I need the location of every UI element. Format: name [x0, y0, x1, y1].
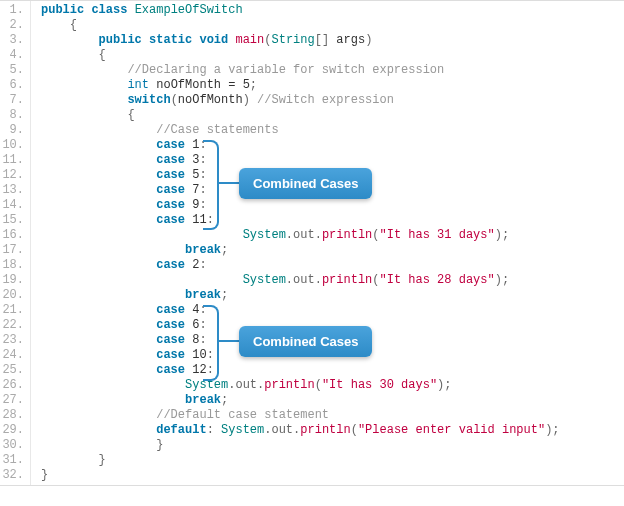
code-area: Combined Cases Combined Cases public cla…: [31, 1, 624, 485]
code-line: }: [41, 468, 624, 483]
line-number: 3.: [2, 33, 24, 48]
code-line: System.out.println("It has 30 days");: [41, 378, 624, 393]
line-number: 27.: [2, 393, 24, 408]
line-number: 28.: [2, 408, 24, 423]
line-number: 6.: [2, 78, 24, 93]
line-number: 16.: [2, 228, 24, 243]
line-number: 30.: [2, 438, 24, 453]
code-line: case 11:: [41, 213, 624, 228]
line-number: 12.: [2, 168, 24, 183]
code-line: {: [41, 108, 624, 123]
code-line: }: [41, 438, 624, 453]
line-number: 2.: [2, 18, 24, 33]
code-line: System.out.println("It has 28 days");: [41, 273, 624, 288]
code-line: break;: [41, 243, 624, 258]
code-line: case 9:: [41, 198, 624, 213]
annotation-label-1: Combined Cases: [239, 168, 372, 199]
line-number: 5.: [2, 63, 24, 78]
line-number: 17.: [2, 243, 24, 258]
line-number: 32.: [2, 468, 24, 483]
line-number: 7.: [2, 93, 24, 108]
line-number: 1.: [2, 3, 24, 18]
code-line: case 4:: [41, 303, 624, 318]
code-line: int noOfMonth = 5;: [41, 78, 624, 93]
code-line: //Default case statement: [41, 408, 624, 423]
line-number: 22.: [2, 318, 24, 333]
code-editor: 1.2.3.4.5.6.7.8.9.10.11.12.13.14.15.16.1…: [0, 0, 624, 486]
code-line: default: System.out.println("Please ente…: [41, 423, 624, 438]
code-line: {: [41, 18, 624, 33]
line-number-gutter: 1.2.3.4.5.6.7.8.9.10.11.12.13.14.15.16.1…: [0, 1, 31, 485]
line-number: 10.: [2, 138, 24, 153]
code-line: }: [41, 453, 624, 468]
line-number: 13.: [2, 183, 24, 198]
code-line: public class ExampleOfSwitch: [41, 3, 624, 18]
line-number: 24.: [2, 348, 24, 363]
line-number: 26.: [2, 378, 24, 393]
line-number: 19.: [2, 273, 24, 288]
line-number: 18.: [2, 258, 24, 273]
line-number: 25.: [2, 363, 24, 378]
line-number: 8.: [2, 108, 24, 123]
line-number: 11.: [2, 153, 24, 168]
code-line: switch(noOfMonth) //Switch expression: [41, 93, 624, 108]
annotation-label-2: Combined Cases: [239, 326, 372, 357]
code-line: case 3:: [41, 153, 624, 168]
code-line: break;: [41, 393, 624, 408]
code-line: //Declaring a variable for switch expres…: [41, 63, 624, 78]
code-line: //Case statements: [41, 123, 624, 138]
line-number: 23.: [2, 333, 24, 348]
bracket-annotation-1: [203, 140, 219, 230]
code-line: {: [41, 48, 624, 63]
connector-1: [217, 182, 239, 184]
line-number: 20.: [2, 288, 24, 303]
code-line: case 12:: [41, 363, 624, 378]
line-number: 9.: [2, 123, 24, 138]
code-line: break;: [41, 288, 624, 303]
code-line: case 1:: [41, 138, 624, 153]
line-number: 14.: [2, 198, 24, 213]
line-number: 29.: [2, 423, 24, 438]
connector-2: [217, 340, 239, 342]
code-line: case 2:: [41, 258, 624, 273]
bracket-annotation-2: [203, 305, 219, 381]
line-number: 15.: [2, 213, 24, 228]
line-number: 4.: [2, 48, 24, 63]
line-number: 31.: [2, 453, 24, 468]
code-line: System.out.println("It has 31 days");: [41, 228, 624, 243]
code-line: public static void main(String[] args): [41, 33, 624, 48]
line-number: 21.: [2, 303, 24, 318]
